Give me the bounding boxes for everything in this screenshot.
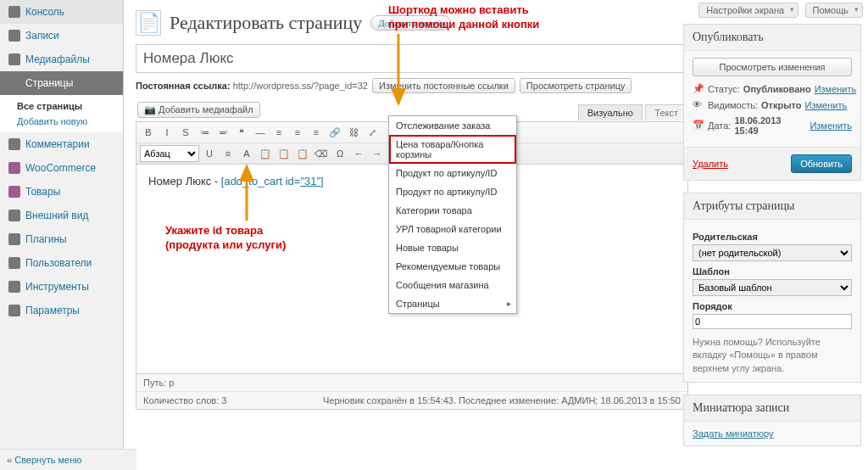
tab-visual[interactable]: Визуально [578, 104, 643, 120]
thumb-box-title: Миниатюра записи [684, 395, 860, 422]
toolbar-btn[interactable]: ≡ [289, 124, 306, 141]
toolbar-btn[interactable]: ⤢ [364, 124, 381, 141]
permalink-url: http://wordpress.ss/?page_id=32 [233, 81, 368, 91]
menu-icon [8, 210, 20, 221]
menu-icon [8, 162, 20, 174]
toolbar-btn[interactable]: 📋 [257, 145, 274, 162]
toolbar-btn[interactable]: ⌫ [313, 145, 330, 162]
dropdown-item[interactable]: УРЛ товарной категории [389, 220, 516, 238]
menu-item-9[interactable]: Пользователи [0, 251, 123, 275]
menu-icon [8, 186, 20, 198]
toolbar-btn[interactable]: ← [350, 145, 367, 162]
template-label: Шаблон [693, 266, 852, 277]
calendar-icon: 📅 [693, 120, 704, 131]
add-media-button[interactable]: 📷 Добавить медиафайл [137, 102, 260, 118]
menu-icon [8, 257, 20, 269]
toolbar-btn[interactable]: U [201, 145, 218, 162]
menu-item-2[interactable]: Медиафайлы [0, 48, 123, 71]
menu-item-4[interactable]: Комментарии [0, 132, 123, 156]
dropdown-item[interactable]: Цена товара/Кнопка корзины [389, 135, 516, 164]
attrs-box-title: Атрибуты страницы [684, 193, 860, 220]
admin-menu: КонсольЗаписиМедиафайлыСтраницыВсе стран… [0, 0, 124, 470]
pin-icon: 📌 [693, 83, 704, 95]
change-permalinks-button[interactable]: Изменить постоянные ссылки [372, 78, 515, 93]
view-page-button[interactable]: Просмотреть страницу [520, 78, 632, 93]
toolbar-btn[interactable]: B [140, 124, 157, 141]
editor-path: Путь: p [136, 374, 687, 392]
toolbar-btn[interactable]: 📋 [294, 145, 311, 162]
preview-changes-button[interactable]: Просмотреть изменения [693, 58, 852, 76]
dropdown-item[interactable]: Продукт по артикулу/ID [389, 182, 516, 201]
toolbar-btn[interactable]: ≡ [308, 124, 325, 141]
toolbar-btn[interactable]: Ω [331, 145, 348, 162]
edit-visibility-link[interactable]: Изменить [805, 100, 848, 110]
toolbar-btn[interactable]: 🔗 [326, 124, 343, 141]
dropdown-item[interactable]: Рекомендуемые товары [389, 257, 516, 276]
menu-item-6[interactable]: Товары [0, 180, 123, 204]
edit-status-link[interactable]: Изменить [815, 84, 857, 94]
menu-icon [8, 53, 20, 65]
set-thumbnail-link[interactable]: Задать миниатюру [693, 428, 773, 439]
toolbar-btn[interactable]: ⛓ [345, 124, 362, 141]
menu-item-5[interactable]: WooCommerce [0, 156, 123, 180]
toolbar-btn[interactable]: S [177, 124, 194, 141]
format-select[interactable]: Абзац [140, 145, 199, 162]
parent-label: Родительская [693, 232, 852, 242]
permalink-row: Постоянная ссылка: http://wordpress.ss/?… [136, 78, 673, 93]
menu-item-11[interactable]: Параметры [0, 299, 123, 322]
publish-box: Опубликовать Просмотреть изменения 📌Стат… [683, 24, 861, 181]
word-count: Количество слов: 3 [143, 395, 226, 406]
menu-icon [8, 6, 20, 18]
dropdown-item[interactable]: Категории товара [389, 201, 516, 220]
toolbar-btn[interactable]: ≔ [196, 124, 213, 141]
template-select[interactable]: Базовый шаблон [693, 279, 852, 296]
dropdown-item[interactable]: Страницы [389, 294, 516, 313]
toolbar-btn[interactable]: → [369, 145, 386, 162]
toolbar-btn[interactable]: ― [252, 124, 269, 141]
menu-icon [8, 138, 20, 150]
delete-link[interactable]: Удалить [693, 159, 728, 169]
menu-icon [8, 77, 20, 89]
toolbar-btn[interactable]: ❝ [233, 124, 250, 141]
save-info: Черновик сохранён в 15:54:43. Последнее … [323, 395, 681, 406]
featured-image-box: Миниатюра записи Задать миниатюру [683, 394, 861, 446]
publish-box-title: Опубликовать [684, 25, 860, 51]
title-input[interactable] [136, 44, 690, 73]
order-input[interactable] [693, 314, 852, 329]
menu-item-10[interactable]: Инструменты [0, 275, 123, 299]
menu-icon [8, 305, 20, 316]
menu-item-7[interactable]: Внешний вид [0, 204, 123, 227]
menu-icon [8, 233, 20, 245]
menu-item-8[interactable]: Плагины [0, 227, 123, 251]
submenu-item[interactable]: Все страницы [0, 98, 123, 114]
toolbar-btn[interactable]: ≕ [214, 124, 231, 141]
help-button[interactable]: Помощь [805, 3, 864, 18]
dropdown-item[interactable]: Сообщения магазина [389, 276, 516, 294]
visibility-icon: 👁 [693, 99, 704, 111]
add-new-button[interactable]: Добавить новую [370, 15, 451, 31]
menu-icon [8, 281, 20, 293]
order-label: Порядок [693, 301, 852, 311]
toolbar-btn[interactable]: ≡ [270, 124, 287, 141]
toolbar-btn[interactable]: 📋 [275, 145, 292, 162]
tab-text[interactable]: Текст [645, 104, 687, 120]
dropdown-item[interactable]: Отслеживание заказа [389, 116, 516, 135]
page-icon: 📄 [136, 10, 161, 36]
screen-options-button[interactable]: Настройки экрана [698, 3, 798, 18]
menu-icon [8, 30, 20, 42]
menu-item-0[interactable]: Консоль [0, 0, 123, 24]
dropdown-item[interactable]: Новые товары [389, 238, 516, 257]
collapse-menu[interactable]: « Свернуть меню [0, 449, 136, 470]
toolbar-btn[interactable]: I [159, 124, 175, 141]
parent-select[interactable]: (нет родительской) [693, 244, 852, 261]
submenu-item[interactable]: Добавить новую [0, 114, 123, 129]
page-heading: 📄 Редактировать страницу Добавить новую [136, 10, 673, 36]
dropdown-item[interactable]: Продукт по артикулу/ID [389, 164, 516, 182]
menu-item-3[interactable]: Страницы [0, 71, 123, 95]
toolbar-btn[interactable]: ≡ [220, 145, 236, 162]
menu-item-1[interactable]: Записи [0, 24, 123, 48]
page-attributes-box: Атрибуты страницы Родительская (нет роди… [683, 193, 861, 383]
edit-date-link[interactable]: Изменить [810, 120, 852, 131]
update-button[interactable]: Обновить [791, 154, 852, 173]
toolbar-btn[interactable]: A [238, 145, 255, 162]
